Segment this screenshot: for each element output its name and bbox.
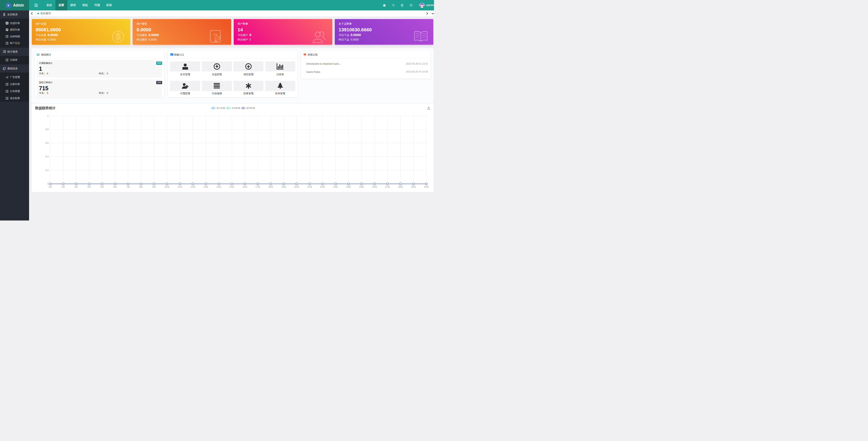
svg-text:24日: 24日 [346,185,351,188]
svg-text:12日: 12日 [190,185,195,188]
svg-text:23日: 23日 [333,185,338,188]
svg-text:21日: 21日 [307,185,312,188]
svg-text:11日: 11日 [178,185,182,188]
svg-text:27日: 27日 [385,185,390,188]
svg-text:4日: 4日 [87,185,91,188]
svg-text:5日: 5日 [100,185,104,188]
svg-text:1: 1 [47,114,49,117]
svg-text:15日: 15日 [229,185,234,188]
svg-text:22日: 22日 [320,185,325,188]
svg-text:3日: 3日 [74,185,78,188]
svg-text:25日: 25日 [359,185,364,188]
svg-text:?: ? [213,32,218,41]
svg-text:0: 0 [47,182,49,185]
svg-text:6日: 6日 [113,185,117,188]
svg-text:20日: 20日 [294,185,299,188]
svg-text:2日: 2日 [61,185,65,188]
svg-text:1日: 1日 [49,185,52,188]
svg-text:18日: 18日 [268,185,273,188]
svg-text:13日: 13日 [203,185,208,188]
svg-text:28日: 28日 [398,185,403,188]
svg-text:14日: 14日 [216,185,221,188]
svg-text:9日: 9日 [152,185,156,188]
svg-text:29日: 29日 [411,185,415,188]
svg-text:26日: 26日 [372,185,377,188]
svg-text:16日: 16日 [242,185,247,188]
svg-text:0.4: 0.4 [45,156,49,158]
svg-text:0.6: 0.6 [45,142,49,144]
svg-text:17日: 17日 [255,185,260,188]
svg-text:30日: 30日 [424,185,429,188]
svg-text:10日: 10日 [164,185,169,188]
svg-text:$: $ [115,32,120,42]
svg-text:19日: 19日 [281,185,286,188]
svg-text:0.2: 0.2 [45,169,49,171]
svg-text:7日: 7日 [126,185,130,188]
svg-text:0.8: 0.8 [45,128,49,131]
svg-text:8日: 8日 [139,185,143,188]
